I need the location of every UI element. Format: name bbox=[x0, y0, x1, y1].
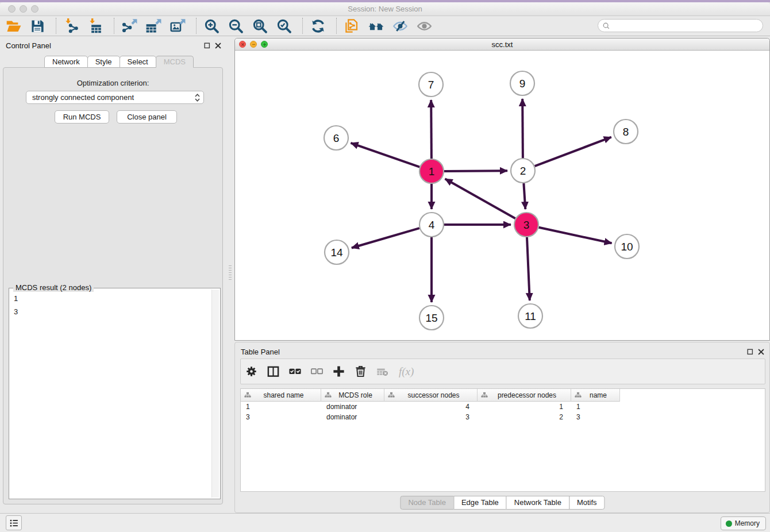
graph-node-11[interactable]: 11 bbox=[518, 304, 542, 328]
delete-row-icon[interactable] bbox=[354, 365, 367, 378]
memory-status-dot bbox=[726, 521, 732, 527]
graph-node-4[interactable]: 4 bbox=[419, 213, 444, 237]
task-history-button[interactable] bbox=[6, 515, 22, 530]
export-image-icon[interactable] bbox=[170, 18, 186, 34]
show-all-networks-icon[interactable] bbox=[368, 18, 384, 34]
table-panel: Table Panel f(x) shared nameMCDS rolesuc… bbox=[234, 342, 770, 513]
edge-3-11[interactable] bbox=[527, 237, 530, 300]
control-panel: Control Panel NetworkStyleSelectMCDS Opt… bbox=[0, 36, 226, 513]
table-row[interactable]: 1dominator411 bbox=[241, 402, 765, 412]
close-panel-icon[interactable] bbox=[214, 42, 222, 49]
column-header-predecessor-nodes[interactable]: predecessor nodes bbox=[478, 389, 571, 402]
table-row[interactable]: 3dominator323 bbox=[241, 412, 765, 422]
svg-text:7: 7 bbox=[428, 79, 434, 91]
svg-text:4: 4 bbox=[429, 219, 435, 231]
tab-select[interactable]: Select bbox=[120, 56, 156, 68]
open-file-icon[interactable] bbox=[6, 18, 21, 34]
tab-edge-table[interactable]: Edge Table bbox=[453, 496, 507, 510]
graph-node-7[interactable]: 7 bbox=[419, 72, 443, 97]
zoom-in-icon[interactable] bbox=[204, 18, 220, 34]
edge-2-3[interactable] bbox=[523, 183, 525, 209]
network-window: scc.txt 7968124314101511 bbox=[234, 38, 770, 341]
tab-mcds[interactable]: MCDS bbox=[156, 56, 194, 68]
zoom-fit-icon[interactable] bbox=[252, 18, 268, 34]
select-all-icon[interactable] bbox=[288, 365, 302, 378]
tab-style[interactable]: Style bbox=[87, 56, 120, 68]
edge-3-1[interactable] bbox=[445, 179, 515, 218]
optimization-select[interactable]: strongly connected component bbox=[26, 91, 204, 104]
memory-button[interactable]: Memory bbox=[721, 516, 766, 530]
column-header-MCDS-role[interactable]: MCDS role bbox=[321, 389, 384, 402]
zoom-selected-icon[interactable] bbox=[276, 18, 292, 34]
export-table-icon[interactable] bbox=[146, 18, 161, 34]
window-titlebar: Session: New Session bbox=[0, 2, 770, 16]
select-chevrons-icon bbox=[193, 92, 202, 103]
result-scrollbar[interactable] bbox=[211, 290, 219, 498]
columns-icon[interactable] bbox=[267, 365, 280, 378]
search-input[interactable] bbox=[613, 21, 763, 31]
search-box[interactable] bbox=[598, 19, 763, 32]
mcds-result-title: MCDS result (2 nodes) bbox=[13, 283, 94, 292]
edge-3-10[interactable] bbox=[539, 228, 612, 244]
window-title: Session: New Session bbox=[0, 5, 770, 13]
table-cell: 1 bbox=[478, 402, 571, 412]
tab-motifs[interactable]: Motifs bbox=[569, 496, 605, 510]
import-table-icon[interactable] bbox=[88, 18, 103, 34]
graph-node-6[interactable]: 6 bbox=[324, 126, 348, 150]
graph-node-2[interactable]: 2 bbox=[511, 159, 535, 183]
column-header-name[interactable]: name bbox=[571, 389, 620, 402]
svg-text:9: 9 bbox=[519, 78, 526, 90]
gear-icon[interactable] bbox=[245, 365, 258, 378]
mcds-result-text: 1 3 bbox=[14, 292, 18, 318]
save-session-icon[interactable] bbox=[30, 18, 45, 34]
network-window-titlebar: scc.txt bbox=[235, 38, 769, 51]
table-cell: 2 bbox=[478, 412, 571, 422]
toolbar-separator bbox=[114, 18, 114, 34]
edge-1-2[interactable] bbox=[444, 171, 507, 171]
network-canvas[interactable]: 7968124314101511 bbox=[235, 51, 769, 340]
svg-text:3: 3 bbox=[523, 219, 530, 231]
network-window-title: scc.txt bbox=[235, 40, 769, 49]
float-panel-icon[interactable] bbox=[203, 42, 211, 49]
graph-node-15[interactable]: 15 bbox=[419, 306, 444, 330]
edge-1-7[interactable] bbox=[431, 100, 432, 159]
refresh-network-icon[interactable] bbox=[310, 18, 326, 34]
tab-node-table[interactable]: Node Table bbox=[400, 496, 454, 510]
edge-2-9[interactable] bbox=[522, 99, 523, 158]
column-header-shared-name[interactable]: shared name bbox=[241, 389, 321, 402]
graph-node-1[interactable]: 1 bbox=[419, 159, 444, 183]
run-mcds-button[interactable]: Run MCDS bbox=[55, 110, 109, 124]
graph-node-14[interactable]: 14 bbox=[325, 240, 349, 264]
optimization-select-value: strongly connected component bbox=[32, 93, 134, 102]
status-bar: Memory bbox=[0, 513, 770, 532]
float-table-panel-icon[interactable] bbox=[746, 348, 754, 356]
table-cell: 1 bbox=[571, 402, 620, 412]
panel-splitter-handle[interactable] bbox=[229, 265, 232, 280]
close-panel-button[interactable]: Close panel bbox=[117, 110, 177, 124]
hide-selected-icon[interactable] bbox=[392, 18, 408, 34]
svg-text:6: 6 bbox=[333, 132, 340, 144]
tab-network-table[interactable]: Network Table bbox=[506, 496, 569, 510]
show-selected-icon[interactable] bbox=[417, 18, 432, 34]
svg-text:8: 8 bbox=[623, 126, 629, 138]
export-network-icon[interactable] bbox=[122, 18, 137, 34]
tab-network[interactable]: Network bbox=[44, 56, 88, 68]
svg-text:2: 2 bbox=[520, 165, 526, 177]
zoom-out-icon[interactable] bbox=[228, 18, 244, 34]
duplicate-network-icon[interactable] bbox=[344, 18, 360, 34]
edge-2-8[interactable] bbox=[535, 137, 611, 167]
node-table: shared nameMCDS rolesuccessor nodesprede… bbox=[240, 388, 765, 492]
deselect-all-icon[interactable] bbox=[310, 365, 324, 378]
graph-node-8[interactable]: 8 bbox=[614, 119, 638, 144]
graph-node-3[interactable]: 3 bbox=[514, 213, 538, 237]
search-icon bbox=[602, 22, 610, 30]
edge-1-6[interactable] bbox=[351, 143, 420, 167]
table-cell: dominator bbox=[321, 412, 384, 422]
add-row-icon[interactable] bbox=[332, 365, 345, 378]
import-network-icon[interactable] bbox=[64, 18, 79, 34]
graph-node-9[interactable]: 9 bbox=[510, 71, 534, 95]
edge-4-14[interactable] bbox=[352, 228, 419, 248]
column-header-successor-nodes[interactable]: successor nodes bbox=[384, 389, 478, 402]
graph-node-10[interactable]: 10 bbox=[615, 234, 639, 259]
close-table-panel-icon[interactable] bbox=[757, 348, 765, 356]
